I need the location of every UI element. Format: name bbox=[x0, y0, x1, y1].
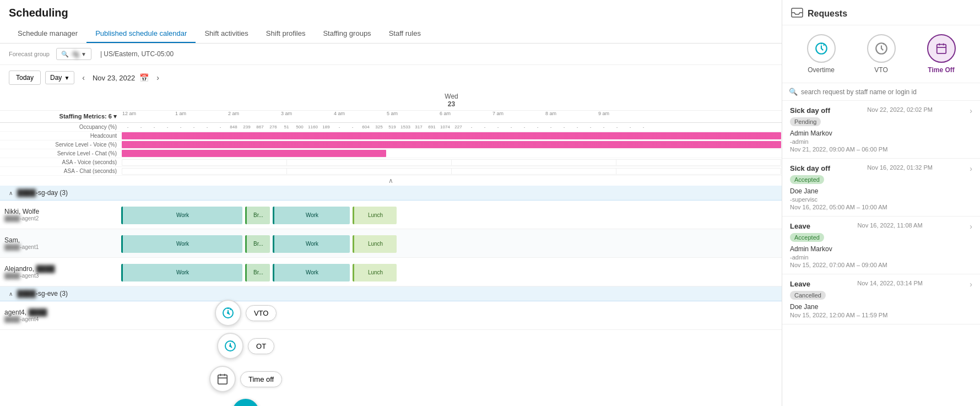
agent-name-agent4: agent4, ████ bbox=[4, 308, 117, 316]
svg-point-3 bbox=[229, 345, 231, 347]
headcount-cells bbox=[121, 132, 782, 140]
chevron-down-icon: ▼ bbox=[81, 51, 86, 57]
agent-info-agent4: agent4, ████ ████-agent4 bbox=[0, 306, 121, 324]
overtime-icon-circle bbox=[807, 34, 836, 63]
agent-info-alejandro: Alejandro, ████ ████-agent3 bbox=[0, 263, 121, 281]
ot-label[interactable]: OT bbox=[248, 338, 274, 354]
tab-staffing-groups[interactable]: Staffing groups bbox=[314, 25, 380, 43]
time-label-3am: 3 am bbox=[280, 111, 333, 122]
req2-status: Accepted bbox=[790, 175, 824, 184]
prev-button[interactable]: ‹ bbox=[79, 72, 88, 83]
calendar-toolbar: Today Day ▼ ‹ Nov 23, 2022 📅 › bbox=[0, 65, 782, 90]
req3-person-id: -admin bbox=[790, 254, 972, 261]
agent-info-nikki: Nikki, Wolfe ████-agent2 bbox=[0, 205, 121, 224]
req1-type: Sick day off bbox=[790, 106, 830, 115]
service-chat-label: Service Level - Chat (%) bbox=[0, 150, 121, 156]
request-item-4[interactable]: Leave Nov 14, 2022, 03:14 PM › Cancelled… bbox=[782, 274, 980, 324]
request-item-3[interactable]: Leave Nov 16, 2022, 11:08 AM › Accepted … bbox=[782, 216, 980, 274]
forecast-group-select[interactable]: 🔍 -fg ▼ bbox=[56, 48, 91, 60]
req4-person: Doe Jane bbox=[790, 303, 972, 311]
req1-person: Admin Markov bbox=[790, 129, 972, 137]
search-input[interactable] bbox=[801, 88, 973, 96]
svg-point-1 bbox=[227, 312, 229, 314]
time-label-4am: 4 am bbox=[333, 111, 386, 122]
fab-vto-action: VTO bbox=[215, 300, 277, 326]
group2-header[interactable]: ∧ ████-sg-eve (3) bbox=[0, 286, 782, 301]
tab-schedule-manager[interactable]: Schedule manager bbox=[9, 25, 86, 43]
overtime-type[interactable]: Overtime bbox=[807, 34, 836, 74]
occupancy-cells: - - - - - - - - 848 239 867 276 51 500 1… bbox=[121, 124, 782, 129]
forecast-bar: Forecast group 🔍 -fg ▼ | US/Eastern, UTC… bbox=[0, 44, 782, 65]
service-voice-label: Service Level - Voice (%) bbox=[0, 142, 121, 148]
request-types: Overtime VTO Time Off bbox=[782, 25, 980, 83]
tab-published-schedule[interactable]: Published schedule calendar bbox=[86, 25, 196, 43]
agent-info-sam: Sam, ████-agent1 bbox=[0, 234, 121, 252]
search-icon: 🔍 bbox=[61, 51, 69, 58]
time-label-12am: 12 am bbox=[121, 111, 174, 122]
forecast-timezone: | US/Eastern, UTC-05:00 bbox=[100, 50, 174, 58]
time-label-2am: 2 am bbox=[227, 111, 280, 122]
time-label-7am: 7 am bbox=[491, 111, 544, 122]
vto-icon-button[interactable] bbox=[215, 300, 241, 326]
agent-row-nikki: Nikki, Wolfe ████-agent2 Work Br... Work… bbox=[0, 201, 782, 229]
tab-shift-activities[interactable]: Shift activities bbox=[196, 25, 257, 43]
request-list: Sick day off Nov 22, 2022, 02:02 PM › Pe… bbox=[782, 101, 980, 406]
ot-icon-button[interactable] bbox=[217, 333, 243, 359]
view-select[interactable]: Day ▼ bbox=[45, 71, 74, 84]
next-button[interactable]: › bbox=[153, 72, 163, 83]
staffing-metrics-header[interactable]: Staffing Metrics: 6 ▾ bbox=[59, 113, 117, 120]
req4-time: Nov 15, 2022, 12:00 AM – 11:59 PM bbox=[790, 312, 972, 318]
group1-header[interactable]: ∧ ████-sg-day (3) bbox=[0, 186, 782, 201]
app-title: Scheduling bbox=[9, 7, 773, 19]
day-num: 23 bbox=[121, 100, 782, 108]
request-item-2[interactable]: Sick day off Nov 16, 2022, 01:32 PM › Ac… bbox=[782, 159, 980, 216]
overtime-label: Overtime bbox=[808, 66, 835, 74]
asa-chat-row: ASA - Chat (seconds) bbox=[0, 167, 782, 176]
collapse-arrow[interactable]: ∧ bbox=[0, 176, 782, 186]
req3-date: Nov 16, 2022, 11:08 AM bbox=[858, 222, 923, 229]
req1-time: Nov 21, 2022, 09:00 AM – 06:00 PM bbox=[790, 146, 972, 153]
service-chat-row: Service Level - Chat (%) bbox=[0, 149, 782, 158]
today-button[interactable]: Today bbox=[9, 71, 41, 85]
req3-time: Nov 15, 2022, 07:00 AM – 09:00 AM bbox=[790, 262, 972, 268]
asa-voice-label: ASA - Voice (seconds) bbox=[0, 159, 121, 165]
timeoff-type[interactable]: Time Off bbox=[927, 34, 956, 74]
svg-rect-4 bbox=[218, 375, 228, 385]
fab-close-button[interactable]: ✕ bbox=[232, 399, 259, 406]
vto-type[interactable]: VTO bbox=[867, 34, 896, 74]
nav-tabs: Schedule manager Published schedule cale… bbox=[9, 25, 773, 43]
req3-person: Admin Markov bbox=[790, 245, 972, 253]
agent-name-nikki: Nikki, Wolfe bbox=[4, 208, 117, 215]
calendar-icon[interactable]: 📅 bbox=[139, 73, 149, 82]
sidebar-header: Requests bbox=[782, 0, 980, 25]
timeoff-icon-button[interactable] bbox=[209, 366, 236, 392]
vto-label[interactable]: VTO bbox=[246, 305, 277, 321]
agent-name-sam: Sam, bbox=[4, 236, 117, 244]
req4-date: Nov 14, 2022, 03:14 PM bbox=[857, 280, 923, 286]
req1-person-id: -admin bbox=[790, 138, 972, 145]
time-label-1am: 1 am bbox=[174, 111, 227, 122]
request-item-1[interactable]: Sick day off Nov 22, 2022, 02:02 PM › Pe… bbox=[782, 101, 980, 159]
requests-sidebar: Requests Overtime VTO bbox=[782, 0, 980, 406]
forecast-label: Forecast group bbox=[9, 51, 50, 57]
date-display: Nov 23, 2022 bbox=[93, 74, 135, 82]
tab-staff-rules[interactable]: Staff rules bbox=[380, 25, 430, 43]
req3-type: Leave bbox=[790, 222, 810, 230]
agent-row-alejandro: Alejandro, ████ ████-agent3 Work Br... W… bbox=[0, 258, 782, 286]
agent-id-nikki: ████-agent2 bbox=[4, 215, 117, 221]
req4-chevron-icon: › bbox=[970, 280, 972, 289]
service-chat-cells bbox=[121, 149, 782, 158]
forecast-value: -fg bbox=[71, 50, 79, 58]
vto-icon-circle bbox=[867, 34, 896, 63]
occupancy-row: Occupancy (%) - - - - - - - - 848 239 86… bbox=[0, 123, 782, 132]
timeoff-label[interactable]: Time off bbox=[240, 371, 282, 387]
service-voice-row: Service Level - Voice (%) bbox=[0, 140, 782, 149]
sidebar-title: Requests bbox=[808, 9, 847, 19]
group2-chevron-icon: ∧ bbox=[9, 291, 13, 297]
tab-shift-profiles[interactable]: Shift profiles bbox=[257, 25, 315, 43]
headcount-label: Headcount bbox=[0, 133, 121, 139]
timeoff-icon-circle bbox=[927, 34, 956, 63]
asa-chat-label: ASA - Chat (seconds) bbox=[0, 168, 121, 174]
nikki-timeline: Work Br... Work Lunch bbox=[121, 201, 782, 229]
inbox-icon bbox=[791, 8, 803, 19]
